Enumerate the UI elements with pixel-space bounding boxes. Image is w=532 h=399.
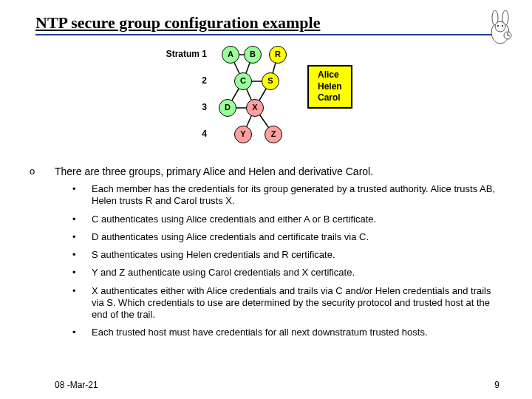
- node-y: Y: [234, 126, 252, 143]
- intro-text: There are three groups, primary Alice an…: [55, 166, 373, 177]
- node-c: C: [234, 72, 252, 90]
- node-d: D: [219, 99, 236, 117]
- intro-marker: o: [30, 166, 43, 177]
- bullet-icon: •: [72, 183, 78, 208]
- node-x: X: [246, 99, 264, 117]
- svg-point-4: [497, 25, 499, 27]
- list-item: •D authenticates using Alice credentials…: [72, 231, 502, 243]
- list-item: •C authenticates using Alice credentials…: [72, 214, 502, 225]
- footer-date: 08 -Mar-21: [55, 380, 98, 390]
- legend-carol: Carol: [318, 92, 342, 104]
- stratum-diagram: Stratum 1 2 3 4 A B R C S D X Y Z Alice …: [133, 41, 399, 160]
- bullet-list: •Each member has the credentials for its…: [72, 183, 502, 339]
- bullet-text: X authenticates either with Alice creden…: [92, 285, 502, 321]
- legend-helen: Helen: [318, 81, 342, 93]
- bullet-icon: •: [72, 249, 78, 261]
- node-z: Z: [265, 126, 282, 143]
- bullet-text: Each trusted host must have credentials …: [92, 327, 428, 338]
- bullet-text: C authenticates using Alice credentials …: [92, 214, 376, 225]
- node-a: A: [222, 46, 239, 64]
- group-legend: Alice Helen Carol: [307, 65, 352, 109]
- list-item: •Y and Z authenticate using Carol creden…: [72, 267, 502, 279]
- footer-page-number: 9: [494, 380, 499, 390]
- bullet-text: Y and Z authenticate using Carol credent…: [92, 267, 355, 279]
- page-title: NTP secure group configuration example: [35, 13, 497, 34]
- node-r: R: [269, 46, 287, 64]
- body-text: o There are three groups, primary Alice …: [30, 166, 502, 339]
- svg-point-3: [495, 21, 505, 32]
- node-b: B: [244, 46, 262, 64]
- bullet-text: S authenticates using Helen credentials …: [92, 249, 335, 261]
- list-item: •Each trusted host must have credentials…: [72, 327, 502, 338]
- bullet-icon: •: [72, 231, 78, 243]
- bullet-icon: •: [72, 214, 78, 225]
- bullet-text: Each member has the credentials for its …: [92, 183, 502, 208]
- node-s: S: [262, 72, 279, 90]
- diagram-edges: [133, 41, 399, 160]
- bullet-text: D authenticates using Alice credentials …: [92, 231, 369, 243]
- svg-point-5: [502, 25, 503, 27]
- bullet-icon: •: [72, 267, 78, 279]
- title-bar: NTP secure group configuration example: [35, 13, 497, 35]
- bullet-icon: •: [72, 327, 78, 338]
- list-item: •X authenticates either with Alice crede…: [72, 285, 502, 321]
- legend-alice: Alice: [318, 69, 342, 81]
- rabbit-logo: [483, 10, 517, 50]
- list-item: •S authenticates using Helen credentials…: [72, 249, 502, 261]
- bullet-icon: •: [72, 285, 78, 321]
- list-item: •Each member has the credentials for its…: [72, 183, 502, 208]
